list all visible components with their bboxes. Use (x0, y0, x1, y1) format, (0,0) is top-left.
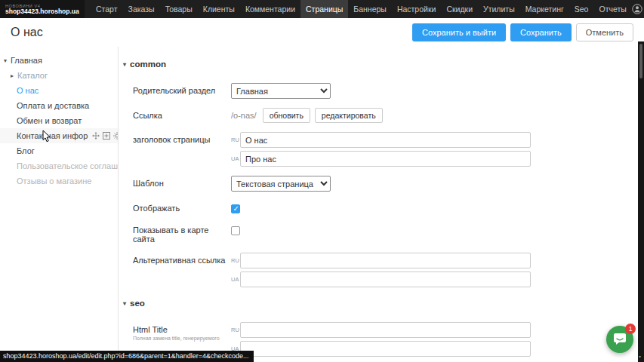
field-display: Отображать (133, 201, 644, 213)
template-select[interactable]: Текстовая страница (231, 176, 331, 192)
field-parent-section: Родительский раздел Главная (133, 83, 644, 99)
tree-item-label: Блог (17, 146, 35, 155)
alt-link-ua-input[interactable] (240, 272, 531, 287)
field-label: Шаблон (133, 176, 231, 188)
menu-item-products[interactable]: Товары (160, 0, 198, 18)
field-template: Шаблон Текстовая страница (133, 176, 644, 192)
field-alt-link: Альтернативная ссылка RU UA (133, 253, 644, 287)
lang-ua-label: UA (231, 276, 240, 283)
add-page-icon[interactable] (103, 132, 110, 140)
menu-item-comments[interactable]: Комментарии (240, 0, 300, 18)
sidebar-item-oplata[interactable]: Оплата и доставка (0, 98, 118, 113)
chevron-down-icon[interactable]: ▾ (4, 57, 11, 64)
field-label: Отображать (133, 201, 231, 213)
field-label: Родительский раздел (133, 83, 231, 95)
chat-widget-button[interactable]: 1 (606, 326, 633, 353)
section-seo[interactable]: ▾ seo (123, 298, 644, 308)
sidebar-item-obmen[interactable]: Обмен и возврат (0, 113, 118, 128)
scrollbar-thumb[interactable] (639, 44, 642, 78)
menu-item-reports[interactable]: Отчеты (593, 0, 631, 18)
menu-item-discounts[interactable]: Скидки (441, 0, 478, 18)
logo[interactable]: НОВОВИНИ V4 shop34423.horoshop.ua (0, 0, 85, 18)
tree-item-label: Оплата и доставка (17, 101, 89, 110)
menu-item-marketing[interactable]: Маркетинг (520, 0, 569, 18)
sidebar-item-o-nas[interactable]: О нас (0, 83, 118, 98)
lang-ru-label: RU (231, 257, 240, 264)
vertical-scrollbar[interactable]: ▾ (638, 41, 644, 362)
page-title: О нас (11, 26, 43, 39)
page-title-ua-input[interactable] (240, 151, 531, 167)
menu-item-banners[interactable]: Баннеры (348, 0, 392, 18)
tree-item-label: Отзывы о магазине (17, 176, 91, 186)
tree-item-label: Обмен и возврат (17, 116, 82, 125)
gear-icon[interactable] (113, 132, 119, 140)
chevron-down-icon: ▾ (123, 61, 126, 68)
menu-item-settings[interactable]: Настройки (392, 0, 442, 18)
main-menu: Старт Заказы Товары Клиенты Комментарии … (91, 0, 632, 18)
link-path-value: /o-nas/ (231, 111, 257, 120)
parent-section-select[interactable]: Главная (231, 83, 331, 99)
page-edit-form: ▾ common Родительский раздел Главная Ссы… (119, 47, 644, 362)
tree-item-actions (92, 132, 119, 140)
tree-item-label: Контактная инфор (17, 131, 88, 140)
html-title-ua-input[interactable] (240, 341, 531, 357)
alt-link-ru-input[interactable] (240, 253, 531, 268)
menu-item-seo[interactable]: Seo (569, 0, 594, 18)
section-common[interactable]: ▾ common (123, 59, 644, 69)
section-title: common (130, 60, 166, 69)
tree-item-label: О нас (17, 86, 39, 95)
sidebar-item-glavnaya[interactable]: ▾ Главная (0, 53, 118, 68)
link-update-button[interactable]: обновить (263, 108, 310, 123)
user-profile-icon[interactable] (632, 4, 642, 14)
menu-item-start[interactable]: Старт (91, 0, 123, 18)
sidebar-item-otzyvy[interactable]: Отзывы о магазине (0, 173, 118, 189)
lang-ru-label: RU (231, 327, 240, 333)
cancel-button[interactable]: Отменить (576, 23, 633, 41)
chevron-right-icon[interactable]: ▸ (11, 72, 17, 79)
page-header: О нас Сохранить и выйти Сохранить Отмени… (0, 18, 644, 47)
field-hint: Полная замена title, генерируемого (133, 336, 223, 342)
tree-item-label: Пользовательское соглашение (17, 161, 119, 170)
page-title-ru-input[interactable] (240, 132, 531, 148)
tree-item-label: Главная (11, 56, 42, 65)
field-label: заголовок страницы (133, 132, 231, 144)
html-title-ru-input[interactable] (240, 322, 531, 338)
pages-tree-sidebar: ▾ Главная ▸ Каталог О нас Оплата и доста… (0, 47, 119, 362)
chat-unread-badge: 1 (625, 324, 636, 334)
sidebar-item-kontaktnaya[interactable]: Контактная инфор (0, 128, 118, 143)
field-label: Html Title Полная замена title, генериру… (133, 322, 231, 342)
lang-ru-label: RU (231, 137, 240, 143)
sidebar-item-polzovatelskoe[interactable]: Пользовательское соглашение (0, 158, 118, 173)
menu-item-utilities[interactable]: Утилиты (478, 0, 520, 18)
lang-ua-label: UA (231, 155, 240, 162)
menu-item-orders[interactable]: Заказы (123, 0, 160, 18)
save-button[interactable]: Сохранить (510, 23, 572, 41)
top-bar: НОВОВИНИ V4 shop34423.horoshop.ua Старт … (0, 0, 644, 18)
save-and-exit-button[interactable]: Сохранить и выйти (412, 23, 506, 41)
tree-item-label: Каталог (17, 71, 48, 80)
field-label: Показывать в карте сайта (133, 222, 231, 244)
chat-icon (613, 332, 627, 347)
field-page-title: заголовок страницы RU UA (133, 132, 644, 167)
field-sitemap: Показывать в карте сайта (133, 222, 644, 244)
field-link: Ссылка /o-nas/ обновить редактировать (133, 108, 644, 123)
status-url-bar: shop34423.horoshop.ua/edit/edit.php?id=6… (0, 351, 254, 362)
scroll-down-arrow-icon[interactable]: ▾ (639, 354, 641, 359)
header-actions: Сохранить и выйти Сохранить Отменить (412, 23, 633, 41)
topbar-right (632, 0, 644, 18)
move-icon[interactable] (92, 132, 100, 140)
field-label: Ссылка (133, 108, 231, 120)
sidebar-item-blog[interactable]: Блог (0, 143, 118, 158)
display-checkbox[interactable] (231, 204, 240, 213)
sidebar-item-katalog[interactable]: ▸ Каталог (0, 68, 118, 83)
field-label: Альтернативная ссылка (133, 253, 231, 265)
chevron-down-icon: ▾ (123, 300, 126, 307)
menu-item-pages[interactable]: Страницы (300, 0, 348, 18)
sitemap-checkbox[interactable] (231, 226, 240, 235)
link-edit-button[interactable]: редактировать (315, 108, 383, 123)
logo-domain: shop34423.horoshop.ua (5, 8, 79, 15)
menu-item-clients[interactable]: Клиенты (198, 0, 240, 18)
section-title: seo (130, 299, 145, 308)
